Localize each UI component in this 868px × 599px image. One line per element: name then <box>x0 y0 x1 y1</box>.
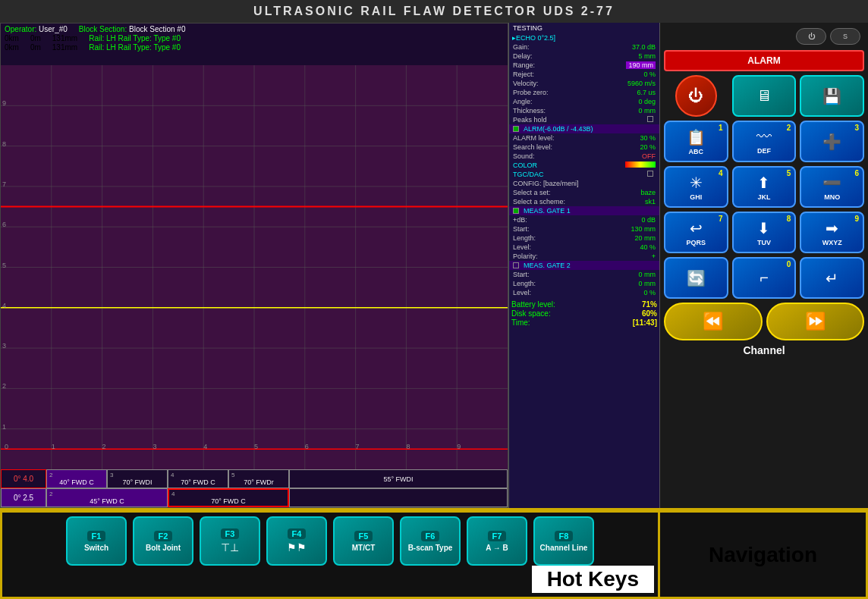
button-grid-row1: ⏻ 🖥 💾 <box>664 75 864 117</box>
channel-70fwdr[interactable]: 5 70° FWDr <box>228 469 289 488</box>
channel-buttons: ⏪ ⏩ <box>664 303 864 340</box>
length2-row: Length: 0 mm <box>509 279 659 288</box>
channel-0-2-5[interactable]: 0° 2.5 <box>1 488 46 507</box>
btn-enter[interactable]: ↵ <box>800 257 864 299</box>
f4-icon: ⚑⚑ <box>287 541 307 554</box>
btn-2-def[interactable]: 2 〰 DEF <box>732 121 797 162</box>
curves-icon: 〰 <box>756 128 772 146</box>
select-set-row: Select a set: baze <box>509 188 659 197</box>
f6-button[interactable]: F6 B-scan Type <box>400 516 461 566</box>
start2-row: Start: 0 mm <box>509 270 659 279</box>
peaks-hold-checkbox <box>647 116 653 122</box>
color-row: COLOR <box>509 161 659 170</box>
power-button[interactable]: ⏻ <box>796 28 826 45</box>
svg-text:6: 6 <box>305 443 309 450</box>
alarm-button[interactable]: ALARM <box>664 50 864 71</box>
disk-value: 60% <box>642 309 657 318</box>
channel-0-4[interactable]: 0° 4.0 <box>1 469 46 488</box>
channel-55fwdi[interactable]: 55° FWDI <box>289 469 508 488</box>
list-icon: 📋 <box>687 128 706 146</box>
btn-9-wxyz[interactable]: 9 ➡ WXYZ <box>800 212 864 253</box>
channel-70fwdc[interactable]: 4 70° FWD C <box>168 469 228 488</box>
monitor-button[interactable]: 🖥 <box>732 75 797 117</box>
svg-text:9: 9 <box>2 99 6 107</box>
s-button[interactable]: S <box>830 28 860 45</box>
hotkeys-section: F1 Switch F2 Bolt Joint F3 ⊤⊥ F4 ⚑⚑ F5 M… <box>0 510 660 599</box>
operator-label: Operator: User_#0 <box>5 25 68 33</box>
f1-button[interactable]: F1 Switch <box>66 516 127 566</box>
polarity-row: Polarity: + <box>509 252 659 261</box>
disk-row: Disk space: 60% <box>511 309 657 318</box>
header-row1: Operator: User_#0 Block Section: Block S… <box>5 25 504 33</box>
btn-8-tuv[interactable]: 8 ⬇ TUV <box>732 212 797 253</box>
channel-next-button[interactable]: ⏩ <box>766 303 865 340</box>
save-button[interactable]: 💾 <box>800 75 864 117</box>
header-row2: 0km 0m 131mm Rail: LH Rail Type: Type #0 <box>5 34 504 42</box>
up-arrow-icon: ⬆ <box>757 174 770 192</box>
svg-text:0: 0 <box>5 443 8 450</box>
range-row: Range: 190 mm <box>509 61 659 70</box>
channel-prev-button[interactable]: ⏪ <box>664 303 763 340</box>
button-grid-row4: 7 ↩ PQRS 8 ⬇ TUV 9 ➡ WXYZ <box>664 212 864 253</box>
btn-5-jkl[interactable]: 5 ⬆ JKL <box>732 166 797 208</box>
svg-text:7: 7 <box>356 443 360 450</box>
svg-text:6: 6 <box>2 221 6 228</box>
bracket-icon: ⌐ <box>760 269 769 287</box>
channel-70fwdi[interactable]: 3 70° FWDI <box>107 469 168 488</box>
channel-strip-row2: 0° 2.5 2 45° FWD C 4 70° FWD C <box>1 488 508 507</box>
level-row: Level: 40 % <box>509 243 659 252</box>
channel-strips: 0° 4.0 2 40° FWD C 3 70° FWDI 4 70° FWD … <box>1 469 508 507</box>
channel-40fwd[interactable]: 2 40° FWD C <box>46 469 107 488</box>
level2-row: Level: 0 % <box>509 288 659 297</box>
f2-button[interactable]: F2 Bolt Joint <box>133 516 193 566</box>
channel-70fwdc-2[interactable]: 4 70° FWD C <box>168 488 289 507</box>
svg-text:8: 8 <box>406 443 410 450</box>
right-arrow-icon: ➡ <box>826 219 838 237</box>
btn-6-mno[interactable]: 6 ➖ MNO <box>800 166 864 208</box>
svg-text:3: 3 <box>2 342 6 350</box>
btn-3[interactable]: 3 ➕ <box>800 121 864 162</box>
btn-4-ghi[interactable]: 4 ✳ GHI <box>664 166 728 208</box>
db-row: +dB: 0 dB <box>509 215 659 224</box>
channel-empty <box>289 488 508 507</box>
row1-rail: Rail: LH Rail Type: Type #0 <box>89 34 181 42</box>
start-row: Start: 130 mm <box>509 224 659 234</box>
battery-label: Battery level: <box>511 300 555 309</box>
f4-button[interactable]: F4 ⚑⚑ <box>266 516 327 566</box>
plus-icon: ➕ <box>822 133 841 151</box>
power-big-button[interactable]: ⏻ <box>675 75 717 117</box>
f7-button[interactable]: F7 A → B <box>467 516 527 566</box>
gain-row: Gain: 37.0 dB <box>509 42 659 52</box>
title-bar: ULTRASONIC RAIL FLAW DETECTOR UDS 2-77 <box>0 0 868 23</box>
f3-button[interactable]: F3 ⊤⊥ <box>200 516 260 566</box>
f5-button[interactable]: F5 MT/CT <box>333 516 394 566</box>
undo-icon: ↩ <box>690 219 703 237</box>
thickness-row: Thickness: 0 mm <box>509 106 659 115</box>
velocity-row: Velocity: 5960 m/s <box>509 79 659 88</box>
alarm-section: ALRM(-6.0dB / -4.43B) <box>509 124 659 133</box>
row2-m: 0m <box>30 43 41 52</box>
alarm-checkbox <box>513 126 519 132</box>
btn-1-abc[interactable]: 1 📋 ABC <box>664 121 728 162</box>
btn-7-pqrs[interactable]: 7 ↩ PQRS <box>664 212 728 253</box>
battery-value: 71% <box>642 300 657 309</box>
reject-row: Reject: 0 % <box>509 70 659 79</box>
header-row3: 0km 0m 131mm Rail: LH Rail Type: Type #0 <box>5 43 504 52</box>
time-row: Time: [11:43] <box>511 318 657 327</box>
btn-0[interactable]: 0 ⌐ <box>732 257 797 299</box>
length-row: Length: 20 mm <box>509 234 659 243</box>
block-section: Block Section: Block Section #0 <box>79 25 186 33</box>
btn-undo[interactable]: 🔄 <box>664 257 728 299</box>
svg-text:5: 5 <box>2 262 6 269</box>
f3-icon: ⊤⊥ <box>221 541 239 554</box>
params-panel: TESTING ▸ECHO 0°2.5] Gain: 37.0 dB Delay… <box>508 23 660 508</box>
angle-row: Angle: 0 deg <box>509 97 659 106</box>
button-grid-row2: 1 📋 ABC 2 〰 DEF 3 ➕ <box>664 121 864 162</box>
meas-gate1-section: MEAS. GATE 1 <box>509 206 659 215</box>
alarm-level-row: ALARM level: 30 % <box>509 133 659 143</box>
row1-m: 0m <box>30 34 41 42</box>
disk-label: Disk space: <box>511 309 551 318</box>
channel-45fwd[interactable]: 2 45° FWD C <box>46 488 168 507</box>
svg-text:3: 3 <box>153 443 156 450</box>
f8-button[interactable]: F8 Channel Line <box>533 516 594 566</box>
